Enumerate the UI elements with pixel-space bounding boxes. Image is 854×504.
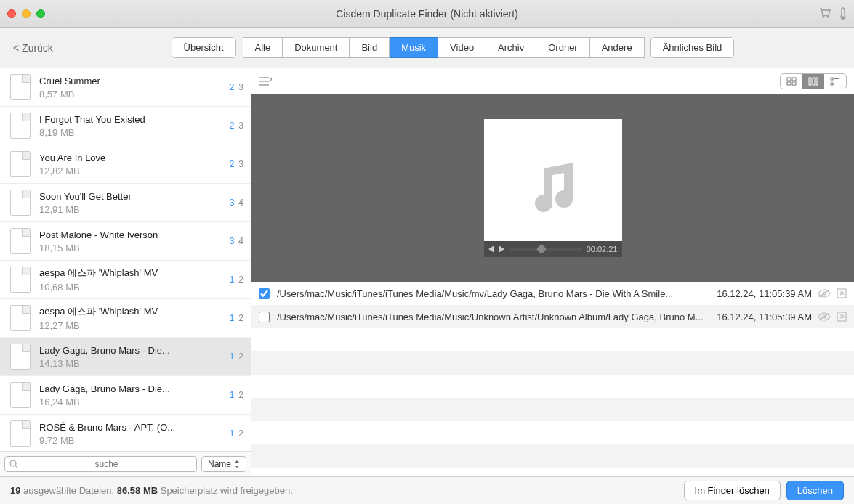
preview-toolbar <box>251 68 854 94</box>
status-text: 19 ausgewählte Dateien. 86,58 MB Speiche… <box>10 485 678 496</box>
total-count: 3 <box>238 159 243 169</box>
tab-folder[interactable]: Ordner <box>536 37 589 58</box>
list-item[interactable]: Cruel Summer8,57 MB23 <box>0 68 251 107</box>
file-row[interactable]: /Users/mac/Music/iTunes/iTunes Media/Mus… <box>251 282 854 305</box>
toolbar: < Zurück Übersicht Alle Dokument Bild Mu… <box>0 28 854 68</box>
file-date: 16.12.24, 11:05:39 AM <box>717 288 818 299</box>
empty-row <box>251 444 854 468</box>
selected-count: 2 <box>230 121 235 131</box>
preview-eye-icon[interactable] <box>818 288 831 298</box>
list-settings-icon[interactable] <box>259 76 272 86</box>
total-count: 2 <box>238 390 243 400</box>
svg-rect-15 <box>831 78 833 80</box>
svg-rect-11 <box>792 82 796 85</box>
tab-overview[interactable]: Übersicht <box>172 37 236 58</box>
tab-similar-image[interactable]: Ähnliches Bild <box>650 37 735 58</box>
list-item[interactable]: You Are In Love12,82 MB23 <box>0 145 251 184</box>
tab-video[interactable]: Video <box>438 37 486 58</box>
svg-rect-13 <box>813 78 815 85</box>
file-path: /Users/mac/Music/iTunes/iTunes Media/Mus… <box>277 312 717 322</box>
search-field[interactable] <box>21 459 192 469</box>
list-item[interactable]: aespa 에스파 'Whiplash' MV12,27 MB12 <box>0 299 251 338</box>
svg-rect-14 <box>816 78 818 85</box>
prev-icon[interactable] <box>488 245 494 253</box>
file-icon <box>10 190 31 216</box>
selected-count: 1 <box>230 275 235 285</box>
list-item[interactable]: Soon You'll Get Better12,91 MB34 <box>0 184 251 222</box>
sidebar-footer: Name <box>0 451 251 476</box>
item-name: aespa 에스파 'Whiplash' MV <box>39 305 217 318</box>
file-checkbox[interactable] <box>259 312 270 322</box>
file-row[interactable]: /Users/mac/Music/iTunes/iTunes Media/Mus… <box>251 305 854 328</box>
total-count: 2 <box>238 275 243 285</box>
file-icon <box>10 344 31 370</box>
item-name: Lady Gaga, Bruno Mars - Die... <box>39 345 217 356</box>
status-bar: 19 ausgewählte Dateien. 86,58 MB Speiche… <box>0 476 854 504</box>
file-icon <box>10 305 31 331</box>
view-list[interactable] <box>824 74 846 89</box>
selected-count: 1 <box>230 428 235 439</box>
search-icon <box>9 460 18 468</box>
tab-archive[interactable]: Archiv <box>486 37 536 58</box>
svg-rect-8 <box>787 78 791 81</box>
file-icon <box>10 382 31 408</box>
selected-count: 2 <box>230 82 235 92</box>
selected-count: 1 <box>230 390 235 400</box>
reveal-icon[interactable] <box>837 312 847 322</box>
tab-image[interactable]: Bild <box>350 37 390 58</box>
selected-count: 2 <box>230 159 235 169</box>
list-item[interactable]: I Forgot That You Existed8,19 MB23 <box>0 107 251 145</box>
total-count: 4 <box>238 236 243 246</box>
list-item[interactable]: ROSÉ & Bruno Mars - APT. (O...9,72 MB12 <box>0 415 251 451</box>
list-item[interactable]: aespa 에스파 'Whiplash' MV10,68 MB12 <box>0 261 251 299</box>
file-icon <box>10 74 31 100</box>
item-name: aespa 에스파 'Whiplash' MV <box>39 267 217 280</box>
item-name: Cruel Summer <box>39 76 217 86</box>
empty-row <box>251 351 854 375</box>
sort-select[interactable]: Name <box>201 456 246 472</box>
empty-row <box>251 328 854 351</box>
tab-all[interactable]: Alle <box>243 37 283 58</box>
empty-row <box>251 398 854 421</box>
list-item[interactable]: Post Malone - White Iverson18,15 MB34 <box>0 222 251 261</box>
tab-document[interactable]: Dokument <box>283 37 350 58</box>
file-path: /Users/mac/Music/iTunes/iTunes Media/Mus… <box>277 288 717 299</box>
preview-area: 00:02:21 <box>251 94 854 282</box>
item-size: 18,15 MB <box>39 243 217 253</box>
item-size: 12,27 MB <box>39 320 217 331</box>
view-grid[interactable] <box>781 74 802 89</box>
play-icon[interactable] <box>499 245 504 253</box>
empty-row <box>251 468 854 476</box>
svg-rect-12 <box>809 78 811 85</box>
file-icon <box>10 267 31 293</box>
playback-controls[interactable]: 00:02:21 <box>484 241 622 257</box>
file-date: 16.12.24, 11:05:39 AM <box>717 312 818 322</box>
file-icon <box>10 113 31 139</box>
preview-eye-icon[interactable] <box>818 312 831 322</box>
tab-music[interactable]: Musik <box>390 37 438 58</box>
duplicate-group-list[interactable]: Cruel Summer8,57 MB23I Forgot That You E… <box>0 68 251 451</box>
seek-bar[interactable] <box>509 248 582 251</box>
list-item[interactable]: Lady Gaga, Bruno Mars - Die...14,13 MB12 <box>0 338 251 376</box>
svg-rect-10 <box>787 82 791 85</box>
dropdown-arrows-icon <box>234 460 240 468</box>
item-name: You Are In Love <box>39 153 217 163</box>
view-columns[interactable] <box>802 74 824 89</box>
delete-button[interactable]: Löschen <box>786 481 844 500</box>
sidebar: Cruel Summer8,57 MB23I Forgot That You E… <box>0 68 251 476</box>
file-icon <box>10 228 31 254</box>
empty-row <box>251 375 854 398</box>
delete-in-finder-button[interactable]: Im Finder löschen <box>684 481 781 500</box>
item-size: 10,68 MB <box>39 282 217 293</box>
svg-rect-9 <box>792 78 796 81</box>
item-size: 8,57 MB <box>39 89 217 99</box>
duplicate-files-list: /Users/mac/Music/iTunes/iTunes Media/Mus… <box>251 282 854 476</box>
search-input[interactable] <box>4 456 197 472</box>
tab-other[interactable]: Andere <box>590 37 645 58</box>
svg-rect-17 <box>831 83 833 85</box>
list-item[interactable]: Lady Gaga, Bruno Mars - Die...16,24 MB12 <box>0 376 251 415</box>
back-button[interactable]: < Zurück <box>13 42 53 54</box>
selected-count: 1 <box>230 313 235 323</box>
reveal-icon[interactable] <box>837 288 847 298</box>
file-checkbox[interactable] <box>259 288 270 299</box>
